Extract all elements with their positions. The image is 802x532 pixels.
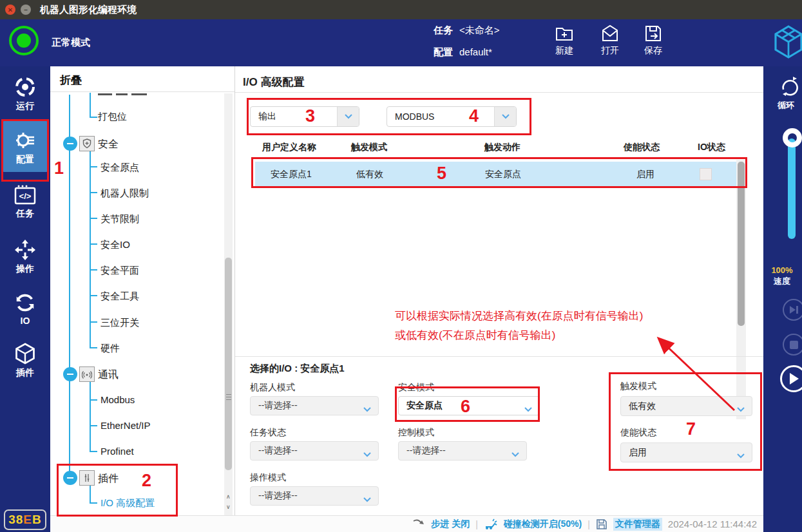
- tree-connector: [90, 269, 97, 271]
- trigger-mode-value: 低有效: [629, 401, 656, 412]
- tree-collapse-node[interactable]: [63, 137, 77, 151]
- title-bar: ✕ – 机器人图形化编程环境: [0, 0, 802, 19]
- sidebar-item-run[interactable]: 运行: [0, 75, 50, 112]
- stop-button[interactable]: [783, 334, 802, 356]
- save-button[interactable]: 保存: [633, 23, 674, 57]
- robot-mode-label: 机器人模式: [250, 382, 295, 394]
- run-icon: [14, 75, 37, 99]
- loop-label: 循环: [778, 100, 794, 111]
- step-mode-status[interactable]: 步进 关闭: [431, 518, 470, 530]
- config-label: 配置: [434, 46, 453, 57]
- chevron-down-icon: [363, 449, 371, 459]
- tree-item[interactable]: 安全平面: [100, 265, 139, 277]
- tree-item-io-advanced-config[interactable]: I/O 高级配置: [100, 497, 155, 509]
- trigger-mode-select[interactable]: 低有效: [620, 396, 752, 416]
- tree-item[interactable]: 安全IO: [100, 239, 130, 251]
- safety-mode-select[interactable]: 安全原点: [398, 396, 540, 415]
- new-button-label: 新建: [544, 45, 585, 57]
- play-button[interactable]: [780, 365, 802, 392]
- col-header: 用户定义名称: [262, 142, 316, 153]
- open-button[interactable]: 打开: [589, 23, 631, 57]
- collision-detect-icon: [484, 518, 498, 530]
- sidebar-item-operate[interactable]: 操作: [0, 238, 50, 275]
- step-next-button[interactable]: [783, 299, 802, 321]
- task-value: <未命名>: [459, 24, 500, 35]
- tree-collapse-node[interactable]: [63, 471, 77, 485]
- control-mode-select[interactable]: --请选择--: [398, 441, 527, 461]
- new-folder-icon: [554, 23, 575, 44]
- task-state-select[interactable]: --请选择--: [250, 441, 379, 461]
- annotation-note-line2: 或低有效(不在原点时有信号输出): [395, 328, 555, 343]
- tree-group-comm[interactable]: 通讯: [98, 368, 119, 382]
- tree-branch-line: [90, 485, 91, 504]
- sidebar-item-label: 配置: [3, 154, 48, 166]
- sidebar-item-task[interactable]: </> 任务: [0, 184, 50, 220]
- safety-mode-value: 安全原点: [406, 400, 443, 412]
- speed-slider-track[interactable]: [788, 138, 796, 239]
- tree-item[interactable]: 安全原点: [100, 162, 139, 174]
- tree-item[interactable]: 机器人限制: [100, 187, 149, 200]
- sidebar-item-plugin[interactable]: 插件: [0, 342, 50, 379]
- tree-group-plugin[interactable]: 插件: [98, 472, 119, 486]
- sidebar-item-io[interactable]: IO: [0, 292, 50, 326]
- scroll-down-icon[interactable]: ∨: [226, 504, 231, 510]
- sidebar-item-config[interactable]: 配置: [3, 121, 48, 172]
- tree-item[interactable]: 关节限制: [100, 213, 139, 225]
- table-scrollbar[interactable]: ∧ ∨: [736, 160, 746, 419]
- task-state-value: --请选择--: [258, 445, 298, 457]
- collision-detect-status[interactable]: 碰撞检测开启(50%): [504, 518, 582, 530]
- control-mode-value: --请选择--: [406, 445, 446, 457]
- tree-item[interactable]: 安全工具: [100, 290, 139, 303]
- sidebar-item-label: 操作: [0, 263, 50, 275]
- tree-connector: [90, 451, 97, 452]
- op-mode-select[interactable]: --请选择--: [250, 486, 379, 506]
- tree-group-safety[interactable]: 安全: [98, 138, 119, 151]
- bus-type-select[interactable]: MODBUS: [387, 106, 517, 127]
- robot-mode-select[interactable]: --请选择--: [250, 396, 379, 415]
- close-icon[interactable]: ✕: [5, 5, 15, 15]
- op-mode-value: --请选择--: [258, 490, 298, 502]
- io-advanced-config-panel: I/O 高级配置 输出 MODBUS 用户定义名称 触发模式 触发动作 使能状态…: [235, 66, 763, 515]
- step-mode-icon: [412, 519, 425, 529]
- control-mode-label: 控制模式: [398, 427, 434, 439]
- speed-slider-knob[interactable]: [783, 128, 802, 147]
- table-row-safety-origin[interactable]: 安全原点1 低有效 安全原点 启用: [255, 162, 736, 186]
- open-file-icon: [600, 23, 620, 44]
- col-header: 触发动作: [484, 142, 520, 153]
- tree-scrollbar[interactable]: ∧ ∨: [224, 93, 233, 515]
- tree-collapse-node[interactable]: [63, 367, 77, 381]
- collapse-label: 折叠: [60, 73, 82, 88]
- tree-item[interactable]: Modbus: [100, 394, 135, 405]
- tree-item[interactable]: EtherNet/IP: [100, 420, 151, 431]
- sidebar-item-label: IO: [0, 316, 50, 326]
- minimize-icon[interactable]: –: [21, 5, 31, 15]
- scroll-up-icon[interactable]: ∧: [226, 494, 231, 500]
- chevron-down-icon: [363, 494, 371, 504]
- run-control-sidebar: 循环 100% 速度: [763, 66, 802, 532]
- col-header: 触发模式: [351, 142, 387, 153]
- config-name-row: 配置default*: [434, 46, 492, 59]
- tree-connector: [90, 218, 97, 219]
- new-button[interactable]: 新建: [544, 23, 585, 57]
- enable-state-select[interactable]: 启用: [620, 442, 752, 462]
- badge-part: 38: [8, 513, 23, 527]
- tree-collapse-header[interactable]: 折叠: [50, 66, 234, 92]
- separator: |: [587, 519, 590, 529]
- file-manager-link[interactable]: 文件管理器: [613, 518, 662, 531]
- badge-part: B: [32, 513, 42, 527]
- tree-connector: [90, 243, 97, 245]
- tree-item-pack[interactable]: 打包位: [98, 111, 127, 123]
- brand-logo-icon: [773, 23, 802, 63]
- enable-state-value: 启用: [629, 447, 647, 459]
- tree-item[interactable]: 硬件: [100, 343, 120, 355]
- io-state-checkbox[interactable]: [700, 168, 712, 180]
- svg-text:</>: </>: [19, 191, 32, 201]
- stop-icon: [790, 341, 798, 349]
- tree-item[interactable]: 三位开关: [100, 317, 139, 329]
- tree-connector: [90, 425, 97, 426]
- loop-icon[interactable]: [778, 74, 802, 101]
- chevron-down-icon: [337, 107, 359, 126]
- comm-antenna-icon: [79, 366, 95, 382]
- io-direction-select[interactable]: 输出: [250, 106, 359, 127]
- tree-item[interactable]: Profinet: [100, 446, 134, 457]
